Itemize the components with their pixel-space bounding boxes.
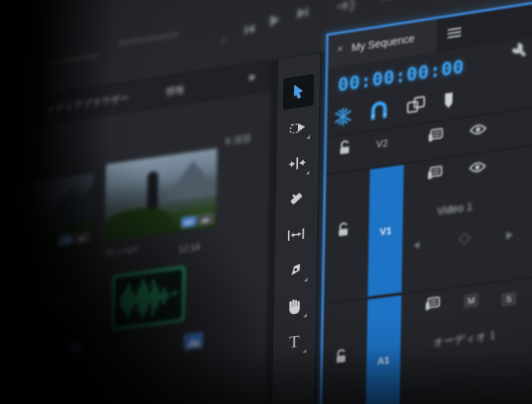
- premiere-app-window: プロジェクト: メディアブラウザー 情報 » 5 項目 ▶▶: [0, 0, 532, 404]
- timeline-settings-wrench-icon[interactable]: [510, 40, 530, 65]
- clip-badges: [67, 342, 82, 354]
- clip-thumbnail-3[interactable]: [0, 284, 86, 368]
- loop-icon[interactable]: [222, 37, 226, 43]
- hand-tool-button[interactable]: [280, 289, 310, 322]
- track-label[interactable]: V2: [376, 137, 388, 150]
- close-panel-icon[interactable]: ×: [337, 42, 343, 55]
- item-count-label: 5 項目: [225, 132, 251, 149]
- add-keyframe-icon[interactable]: [460, 234, 469, 243]
- project-panel: プロジェクト: メディアブラウザー 情報 » 5 項目 ▶▶: [0, 60, 272, 404]
- clip-thumbnail-1[interactable]: ▶▶: [0, 174, 94, 259]
- step-back-button[interactable]: [245, 24, 254, 35]
- video-badge-icon: [67, 342, 82, 354]
- track-select-forward-tool-button[interactable]: [283, 111, 313, 145]
- export-frame-icon[interactable]: [382, 0, 399, 4]
- clip-duration-label: 12:14: [179, 242, 200, 255]
- blurred-text: [47, 53, 98, 66]
- previous-keyframe-icon[interactable]: [413, 240, 421, 250]
- toggle-track-output-eye-icon[interactable]: [470, 123, 487, 140]
- lock-icon[interactable]: [338, 140, 351, 159]
- type-tool-glyph: T: [289, 332, 299, 351]
- clip-badges: ▶▶: [58, 232, 89, 246]
- clip-name-label[interactable]: 5k-1.mp4: [106, 245, 138, 257]
- patch-label: A1: [377, 354, 390, 366]
- mute-track-button[interactable]: M: [464, 293, 479, 308]
- step-forward-button[interactable]: [298, 7, 309, 19]
- insert-icon[interactable]: [336, 0, 355, 18]
- track-name-label[interactable]: オーディオ 1: [433, 329, 496, 350]
- audio-badge-icon: [184, 332, 202, 350]
- sync-lock-icon[interactable]: [427, 165, 442, 183]
- slip-tool-button[interactable]: [282, 218, 311, 251]
- solo-track-button[interactable]: S: [501, 291, 517, 307]
- subclip-badge-icon: ▶▶: [198, 213, 213, 225]
- lock-icon[interactable]: [336, 221, 350, 241]
- blurred-text: [118, 32, 178, 47]
- video-badge-icon: [181, 215, 196, 228]
- tools-panel: T: [270, 53, 321, 404]
- video-badge-icon: [58, 234, 73, 246]
- thumbnail-art: [0, 295, 73, 312]
- linked-selection-icon[interactable]: [406, 94, 428, 120]
- label-badge-blue: [12, 371, 20, 379]
- tab-media-browser[interactable]: メディアブラウザー: [46, 91, 129, 117]
- thumbnail-art: [104, 203, 172, 242]
- photographed-screen: プロジェクト: メディアブラウザー 情報 » 5 項目 ▶▶: [0, 0, 532, 404]
- selection-tool-button[interactable]: [284, 75, 314, 109]
- thumbnail-art: [12, 313, 59, 363]
- thumbnail-art: [43, 177, 93, 227]
- sync-lock-icon[interactable]: [425, 296, 440, 314]
- timeline-panel: × My Sequence 00:00:00:00: [318, 0, 532, 404]
- ripple-edit-tool-button[interactable]: [282, 147, 312, 181]
- toggle-track-output-eye-icon[interactable]: [469, 161, 486, 176]
- source-patch-v1[interactable]: V1: [367, 164, 404, 296]
- audio-clip-thumbnail[interactable]: [111, 266, 185, 334]
- nest-source-toggle-icon[interactable]: [333, 105, 353, 132]
- patch-label: V1: [379, 225, 392, 237]
- clip-badges-row: [0, 368, 23, 386]
- clip-badges: ▶▶: [181, 213, 213, 228]
- source-patch-a1[interactable]: A1: [365, 296, 401, 404]
- type-tool-button[interactable]: T: [279, 325, 309, 358]
- play-button[interactable]: [270, 13, 279, 27]
- sync-lock-icon[interactable]: [428, 128, 443, 145]
- razor-tool-button[interactable]: [282, 182, 311, 216]
- clip-thumbnail-2[interactable]: ▶▶: [104, 148, 217, 242]
- pen-tool-button[interactable]: [281, 254, 311, 287]
- tab-info[interactable]: 情報: [166, 83, 184, 99]
- lock-icon[interactable]: [334, 348, 348, 367]
- subclip-badge-icon: ▶▶: [74, 232, 89, 244]
- snap-magnet-icon[interactable]: [367, 98, 390, 126]
- panel-overflow-chevron-icon[interactable]: »: [248, 69, 255, 84]
- thumbnail-art: [162, 157, 217, 203]
- track-name-label[interactable]: Video 1: [437, 201, 472, 218]
- add-marker-icon[interactable]: [442, 91, 455, 113]
- label-badge-grey: [0, 372, 6, 381]
- tab-project[interactable]: プロジェクト:: [0, 109, 10, 130]
- next-keyframe-icon[interactable]: [505, 230, 514, 242]
